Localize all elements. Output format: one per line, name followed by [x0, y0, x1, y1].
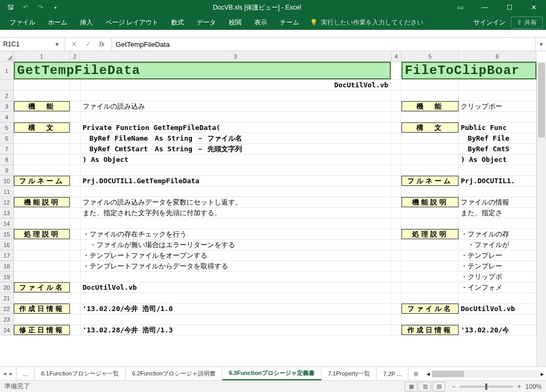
cell[interactable]: [391, 250, 402, 260]
row-header[interactable]: 13: [0, 208, 14, 218]
cell[interactable]: ) As Object: [459, 154, 536, 165]
add-sheet-button[interactable]: ⊕: [408, 367, 423, 380]
cell[interactable]: [459, 112, 536, 122]
row-header[interactable]: 1: [0, 62, 14, 80]
ribbon-tab[interactable]: 挿入: [74, 15, 99, 30]
cell[interactable]: [402, 186, 459, 197]
redo-icon[interactable]: ↷: [34, 2, 47, 13]
cell[interactable]: ファイルの情報: [459, 197, 536, 207]
cell[interactable]: [402, 261, 459, 271]
cell[interactable]: [14, 208, 70, 218]
select-all-corner[interactable]: [0, 51, 14, 62]
cell[interactable]: [391, 304, 402, 314]
row-header[interactable]: 7: [0, 144, 14, 154]
cell[interactable]: [402, 240, 459, 250]
cell[interactable]: ・テンプレー: [459, 261, 536, 271]
cell[interactable]: [459, 314, 536, 324]
cell[interactable]: [391, 165, 402, 175]
row-header[interactable]: 9: [0, 165, 14, 176]
close-icon[interactable]: ✕: [521, 0, 546, 15]
cancel-icon[interactable]: ✕: [67, 40, 81, 48]
cell[interactable]: [402, 218, 459, 228]
normal-view-icon[interactable]: ▦: [405, 382, 417, 391]
cell[interactable]: [70, 176, 81, 186]
share-button[interactable]: ⇪ 共有: [511, 17, 543, 29]
cell[interactable]: [70, 154, 81, 165]
row-headers[interactable]: 123456789101112131415161718192021222324: [0, 62, 14, 366]
cell[interactable]: [70, 240, 81, 250]
cell[interactable]: [70, 314, 81, 324]
cell[interactable]: フルネーム: [14, 176, 70, 186]
cell[interactable]: [70, 325, 81, 335]
cell[interactable]: [81, 186, 391, 197]
cell[interactable]: [70, 80, 81, 90]
cell[interactable]: 修正日情報: [14, 325, 70, 335]
cell[interactable]: [391, 176, 402, 186]
sheet-nav[interactable]: ◂ ▸: [0, 367, 17, 380]
cell[interactable]: ・ファイルの存在チェックを行う: [81, 229, 391, 239]
cell[interactable]: [70, 229, 81, 239]
cell[interactable]: [14, 186, 70, 197]
cell[interactable]: フルネーム: [402, 176, 459, 186]
cell[interactable]: [70, 272, 81, 282]
cell[interactable]: [391, 261, 402, 271]
zoom-handle[interactable]: [485, 383, 487, 390]
row-header[interactable]: 8: [0, 154, 14, 165]
cell[interactable]: ファイルの読み込みデータを変数にセットし返す。: [81, 197, 391, 207]
cell[interactable]: [70, 101, 81, 111]
cell[interactable]: [391, 229, 402, 239]
row-header[interactable]: 19: [0, 272, 14, 282]
cell[interactable]: [70, 218, 81, 228]
cell[interactable]: [70, 165, 81, 175]
cell[interactable]: ・テンプレートファイルからデータを取得する: [81, 261, 391, 271]
cell[interactable]: [14, 250, 70, 260]
cell[interactable]: ByRef FileName As String － ファイル名: [81, 133, 391, 143]
last-sheet-icon[interactable]: ▸: [10, 370, 13, 377]
cell[interactable]: [81, 293, 391, 303]
page-break-icon[interactable]: ▤: [432, 382, 445, 391]
cell[interactable]: [391, 293, 402, 303]
cell[interactable]: FileToClipBoar: [402, 62, 536, 79]
cell[interactable]: [391, 197, 402, 207]
cell[interactable]: Prj.DOCUTIL1.GetTempFileData: [81, 176, 391, 186]
cell[interactable]: DocUtilVol.vb: [459, 304, 536, 314]
ribbon-tab[interactable]: データ: [190, 15, 222, 30]
cell[interactable]: [459, 91, 536, 101]
cell[interactable]: GetTempFileData: [14, 62, 391, 79]
cell[interactable]: [391, 272, 402, 282]
row-header[interactable]: 15: [0, 229, 14, 240]
zoom-in-icon[interactable]: +: [517, 383, 521, 390]
ribbon-tab[interactable]: ページ レイアウト: [99, 15, 165, 30]
cell[interactable]: [81, 165, 391, 175]
cell[interactable]: Prj.DOCUTIL1.: [459, 176, 536, 186]
cell[interactable]: ファイル名: [402, 304, 459, 314]
row-header[interactable]: 5: [0, 123, 14, 133]
cell[interactable]: ・クリップボ: [459, 272, 536, 282]
cell[interactable]: [14, 165, 70, 175]
cell[interactable]: [391, 282, 402, 292]
row-header[interactable]: 4: [0, 112, 14, 123]
col-header[interactable]: 2: [70, 51, 80, 61]
expand-formula-icon[interactable]: ▾: [535, 38, 546, 51]
cell[interactable]: [14, 154, 70, 165]
cell[interactable]: [402, 208, 459, 218]
cell[interactable]: [391, 154, 402, 165]
horizontal-scrollbar[interactable]: ◂ ▸: [423, 367, 546, 380]
scrollbar-thumb[interactable]: [538, 63, 545, 137]
cell[interactable]: [70, 133, 81, 143]
cell[interactable]: 機 能: [14, 101, 70, 111]
row-header[interactable]: 2: [0, 91, 14, 101]
row-header[interactable]: 10: [0, 176, 14, 186]
cell[interactable]: 機 能: [402, 101, 459, 111]
cell[interactable]: '13.02.28/今井 浩司/1.3: [81, 325, 391, 335]
ribbon-tab[interactable]: 数式: [165, 15, 190, 30]
cell[interactable]: 構 文: [402, 123, 459, 133]
undo-icon[interactable]: ↶: [19, 2, 32, 13]
cell[interactable]: [391, 144, 402, 154]
cell[interactable]: [391, 186, 402, 197]
cell[interactable]: '13.02.20/今井 浩司/1.0: [81, 304, 391, 314]
col-header[interactable]: 3: [80, 51, 391, 61]
cell[interactable]: '13.02.20/今: [459, 325, 536, 335]
ribbon-tab[interactable]: ファイル: [3, 15, 42, 30]
sheet-tab[interactable]: ...: [17, 367, 35, 380]
